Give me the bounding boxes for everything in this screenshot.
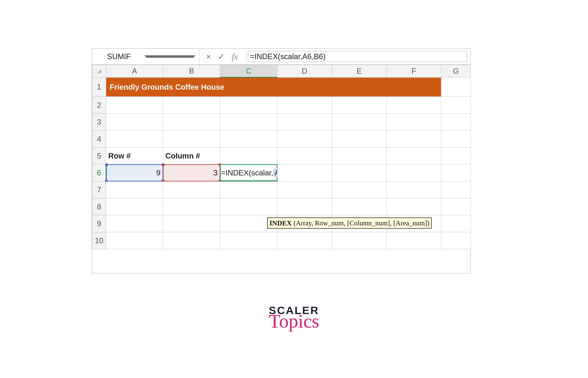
cancel-formula-icon[interactable]: × [206,52,211,61]
col-header-E[interactable]: E [332,65,387,77]
cell-E8[interactable] [332,198,387,215]
cell-B6-value: 3 [213,169,218,177]
cell-E2[interactable] [332,97,387,114]
cell-E7[interactable] [332,181,387,198]
col-header-F[interactable]: F [387,65,441,77]
cell-A4[interactable] [106,131,163,148]
row-header-9[interactable]: 9 [92,215,106,232]
spreadsheet-window: SUMIF × ✓ fx =INDEX(scalar,A6,B6) [92,48,471,273]
cell-C5[interactable] [220,148,277,164]
cell-C3[interactable] [220,114,277,131]
col-header-A[interactable]: A [106,65,163,77]
cell-F7[interactable] [387,181,441,198]
formula-input[interactable]: =INDEX(scalar,A6,B6) [248,51,467,62]
formula-input-text: =INDEX(scalar,A6,B6) [250,52,326,61]
cell-A8[interactable] [106,198,163,215]
cell-D4[interactable] [277,131,332,148]
name-box-dropdown-icon[interactable] [144,55,196,58]
cell-E6[interactable] [332,164,387,181]
cell-F8[interactable] [387,198,441,215]
row-header-6[interactable]: 6 [92,164,106,181]
cell-D10[interactable] [277,232,332,249]
tooltip-fn-name: INDEX [269,219,292,227]
cell-C6[interactable]: =INDEX(scalar,A6 , B6 ) [220,164,277,181]
cell-A6[interactable]: 9 [106,164,163,181]
cell-G2[interactable] [441,97,471,114]
cell-B5[interactable]: Column # [163,148,220,164]
cell-B3[interactable] [163,114,220,131]
cell-A3[interactable] [106,114,163,131]
row-header-7[interactable]: 7 [92,181,106,198]
cell-B9[interactable] [163,215,220,232]
col-header-C[interactable]: C [220,65,277,77]
row-header-2[interactable]: 2 [92,97,106,114]
formula-part-prefix: =INDEX(scalar, [221,169,273,177]
cell-F6[interactable] [387,164,441,181]
cell-G1[interactable] [441,77,471,97]
formula-bar: SUMIF × ✓ fx =INDEX(scalar,A6,B6) [92,49,470,65]
select-all-corner[interactable] [92,65,106,77]
row-header-1[interactable]: 1 [92,77,106,97]
row-header-3[interactable]: 3 [92,114,106,131]
formula-tooltip: INDEX (Array, Row_num, [Column_num], [Ar… [267,217,432,229]
name-box-value: SUMIF [96,52,142,61]
row-header-5[interactable]: 5 [92,148,106,164]
scaler-topics-logo: SCALER Topics [0,304,588,331]
cell-G4[interactable] [441,131,471,148]
col-header-G[interactable]: G [441,65,471,77]
column-header-row: A B C D E F G [92,65,471,77]
accept-formula-icon[interactable]: ✓ [218,52,225,61]
cell-D3[interactable] [277,114,332,131]
cell-E3[interactable] [332,114,387,131]
cell-F3[interactable] [387,114,441,131]
col-header-B[interactable]: B [163,65,220,77]
cell-B10[interactable] [163,232,220,249]
cell-F5[interactable] [387,148,441,164]
cell-D8[interactable] [277,198,332,215]
cell-G5[interactable] [441,148,471,164]
row-header-4[interactable]: 4 [92,131,106,148]
cell-A7[interactable] [106,181,163,198]
cell-D7[interactable] [277,181,332,198]
cell-A10[interactable] [106,232,163,249]
cell-G10[interactable] [441,232,471,249]
row-header-8[interactable]: 8 [92,198,106,215]
svg-marker-0 [97,69,101,73]
row-header-10[interactable]: 10 [92,232,106,249]
fx-icon[interactable]: fx [232,52,238,62]
cell-B8[interactable] [163,198,220,215]
cell-A9[interactable] [106,215,163,232]
cell-A6-value: 9 [156,169,160,177]
col-header-D[interactable]: D [277,65,332,77]
cell-B2[interactable] [163,97,220,114]
cell-C7[interactable] [220,181,277,198]
cell-C10[interactable] [220,232,277,249]
cell-B7[interactable] [163,181,220,198]
cell-C8[interactable] [220,198,277,215]
cell-B4[interactable] [163,131,220,148]
cell-G8[interactable] [441,198,471,215]
cell-G6[interactable] [441,164,471,181]
title-cell[interactable]: Friendly Grounds Coffee House [106,77,441,97]
cell-A2[interactable] [106,97,163,114]
cell-G7[interactable] [441,181,471,198]
cell-G9[interactable] [441,215,471,232]
cell-B6[interactable]: 3 [163,164,220,181]
cell-C4[interactable] [220,131,277,148]
cell-A5[interactable]: Row # [106,148,163,164]
cell-C2[interactable] [220,97,277,114]
ref-outline-A6 [106,164,163,181]
cell-E5[interactable] [332,148,387,164]
cell-F2[interactable] [387,97,441,114]
cell-D5[interactable] [277,148,332,164]
cell-F10[interactable] [387,232,441,249]
ref-outline-B6 [163,164,220,181]
logo-line2: Topics [0,312,588,331]
name-box[interactable]: SUMIF [92,49,199,64]
cell-D2[interactable] [277,97,332,114]
cell-E10[interactable] [332,232,387,249]
cell-G3[interactable] [441,114,471,131]
cell-F4[interactable] [387,131,441,148]
cell-E4[interactable] [332,131,387,148]
cell-D6[interactable] [277,164,332,181]
